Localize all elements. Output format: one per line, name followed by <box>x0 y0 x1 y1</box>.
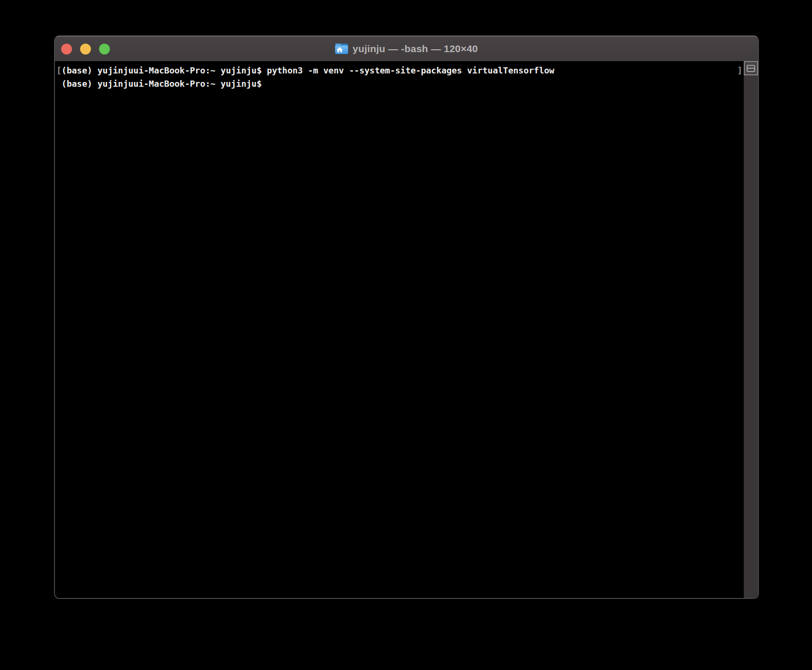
window-title: yujinju — -bash — 120×40 <box>352 43 478 54</box>
terminal-window: yujinju — -bash — 120×40 [(base) yujinju… <box>54 36 759 599</box>
command-line-text: (base) yujinjuui-MacBook-Pro:~ yujinju$ … <box>62 65 554 75</box>
command-mark-open: [ <box>56 65 62 75</box>
minimize-button[interactable] <box>80 44 91 54</box>
command-mark-close: ] <box>737 64 742 77</box>
terminal-line-command: [(base) yujinjuui-MacBook-Pro:~ yujinju$… <box>56 64 741 77</box>
titlebar[interactable]: yujinju — -bash — 120×40 <box>55 36 758 61</box>
terminal-output: [(base) yujinjuui-MacBook-Pro:~ yujinju$… <box>55 61 744 91</box>
zoom-button[interactable] <box>99 44 110 54</box>
home-folder-icon <box>335 43 348 55</box>
split-pane-icon <box>747 65 755 72</box>
title-group: yujinju — -bash — 120×40 <box>335 43 478 55</box>
prompt-line-text: (base) yujinjuui-MacBook-Pro:~ yujinju$ <box>56 79 262 89</box>
split-pane-button[interactable] <box>744 61 758 75</box>
terminal-content[interactable]: [(base) yujinjuui-MacBook-Pro:~ yujinju$… <box>55 61 744 598</box>
window-content: [(base) yujinjuui-MacBook-Pro:~ yujinju$… <box>55 61 758 598</box>
scrollbar-track[interactable] <box>744 61 758 598</box>
terminal-line-prompt: (base) yujinjuui-MacBook-Pro:~ yujinju$ <box>56 77 741 91</box>
close-button[interactable] <box>61 44 72 54</box>
traffic-lights <box>61 36 110 61</box>
